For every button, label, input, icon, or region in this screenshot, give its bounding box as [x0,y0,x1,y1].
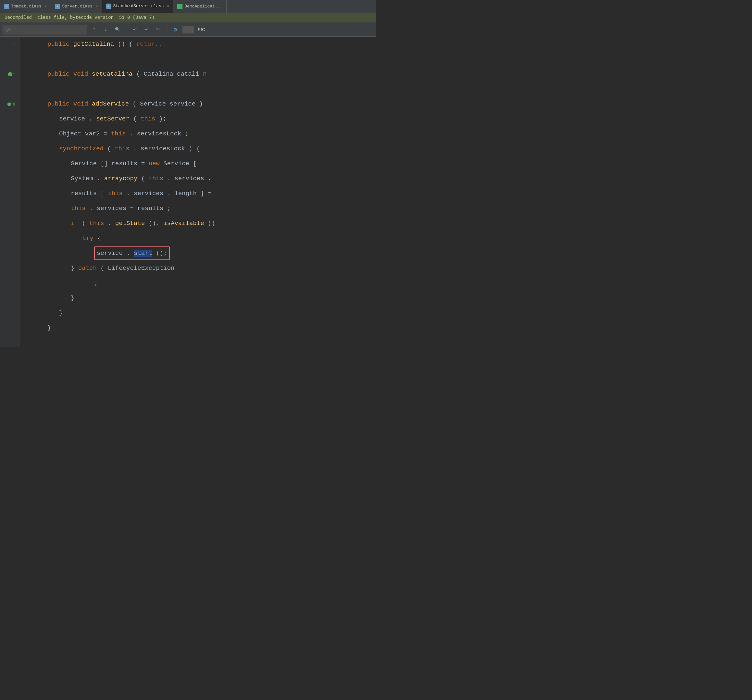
gutter-icon-14 [15,231,17,246]
gutter-icon-16 [15,261,17,276]
gutter-icon-4 [15,81,17,96]
tab-bar: ☕ Tomcat.class ✕ ☕ Server.class ✕ ☕ Stan… [0,0,376,13]
tab-tomcat-close[interactable]: ✕ [45,4,47,8]
demo-icon: 🌐 [177,4,182,9]
code-line-20: } [24,320,376,335]
search-box[interactable] [3,25,87,34]
code-line-17: ; [24,276,376,290]
tab-demo-label: DemoApplicat... [185,4,222,9]
standard-icon: ☕ [106,3,111,9]
gutter-icon-19 [15,306,17,320]
gutter-icon-15 [15,246,17,261]
code-line-blank-2 [24,81,376,96]
gutter-icon-13 [15,216,17,231]
code-line-9: Service [] results = new Service [ [24,156,376,171]
code-line-15: service . start (); [24,246,376,261]
gutter-icon-1: ↑ [12,37,17,52]
gutter-icon-11 [15,186,17,201]
gutter-icon-9 [15,156,17,171]
gutter-icon-12 [15,201,17,216]
tab-server[interactable]: ☕ Server.class ✕ [51,0,102,12]
info-bar: Decompiled .class file, bytecode version… [0,13,376,22]
toolbar-separator-2 [166,26,167,33]
edit-button[interactable]: ✎T [154,25,163,34]
tab-server-label: Server.class [62,4,93,9]
tab-tomcat-label: Tomcat.class [11,4,42,9]
color-swatch [182,26,194,33]
code-line-13: if ( this . getState (). isAvailable () [24,216,376,231]
add-button[interactable]: +T [130,25,139,34]
code-line-19: } [24,306,376,320]
code-line-16: } catch ( LifecycleException [24,261,376,276]
gutter-icon-5: ⬤↑@ [7,96,17,111]
tab-standard[interactable]: ☕ StandardServer.class ✕ [102,0,174,12]
highlighted-statement: service . start (); [94,247,170,260]
tab-server-close[interactable]: ✕ [96,4,98,8]
gutter-icon-8 [15,141,17,156]
gutter-icon-17 [15,276,17,290]
gutter-icon-10 [15,171,17,186]
code-line-14: try { [24,231,376,246]
settings-button[interactable]: ⚙ [171,25,180,34]
selected-text: start [134,250,152,257]
tab-standard-close[interactable]: ✕ [167,4,169,8]
code-line-11: results [ this . services . length ] = [24,186,376,201]
code-line-12: this . services = results ; [24,201,376,216]
code-area: public getCatalina () { retur... public … [20,37,376,347]
tab-standard-label: StandardServer.class [113,3,164,8]
find-all-button[interactable]: 🔍 [113,25,122,34]
code-line-blank-1 [24,52,376,67]
minus-button[interactable]: −T [142,25,151,34]
gutter-icon-20 [15,320,17,335]
navigate-up-button[interactable]: ↑ [90,25,99,34]
gutter-icon-2 [15,52,17,67]
tomcat-icon: ☕ [4,4,9,9]
code-container: ↑ ⬤↑ ⬤↑@ public getCatalina [0,37,376,347]
toolbar-separator-1 [126,26,126,33]
code-line-8: synchronized ( this . servicesLock ) { [24,141,376,156]
navigate-down-button[interactable]: ↓ [101,25,110,34]
code-line-3: public void setCatalina ( Catalina catal… [24,67,376,81]
code-line-10: System . arraycopy ( this . services , [24,171,376,186]
gutter-icon-3: ⬤↑ [8,67,17,81]
code-line-6: service . setServer ( this ); [24,111,376,126]
tab-tomcat[interactable]: ☕ Tomcat.class ✕ [0,0,51,12]
match-label: Mat [198,27,205,32]
gutter: ↑ ⬤↑ ⬤↑@ [0,37,20,347]
search-input[interactable] [6,27,84,32]
code-line-7: Object var2 = this . servicesLock ; [24,126,376,141]
infobar-text: Decompiled .class file, bytecode version… [5,15,155,20]
toolbar: ↑ ↓ 🔍 +T −T ✎T ⚙ Mat [0,22,376,37]
tab-demo[interactable]: 🌐 DemoApplicat... [173,0,227,12]
gutter-icon-7 [15,126,17,141]
code-line-18: } [24,290,376,306]
gutter-icon-6 [15,111,17,126]
code-line-1: public getCatalina () { retur... [24,37,376,52]
server-icon: ☕ [55,4,60,9]
code-line-5: public void addService ( Service service… [24,96,376,111]
gutter-icon-18 [15,290,17,306]
